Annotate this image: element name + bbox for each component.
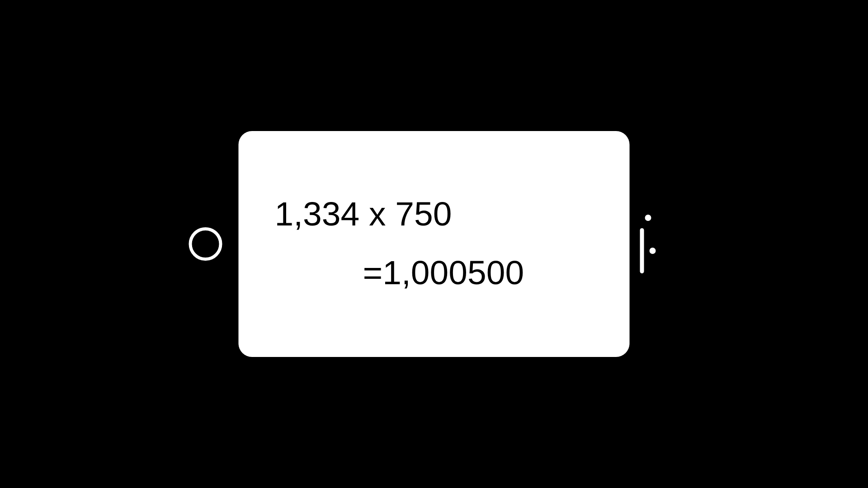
phone-device: 1,334 x 750 =1,000500	[239, 131, 630, 357]
resolution-text: 1,334 x 750	[275, 194, 630, 233]
speaker-row	[640, 228, 656, 273]
result-text: =1,000500	[363, 253, 630, 292]
speaker-slot-icon	[640, 228, 644, 273]
camera-dot-icon	[645, 215, 651, 221]
sensor-dot-icon	[650, 248, 656, 254]
speaker-camera-group	[640, 215, 656, 273]
phone-screen: 1,334 x 750 =1,000500	[239, 131, 630, 357]
home-button-icon	[189, 227, 222, 261]
